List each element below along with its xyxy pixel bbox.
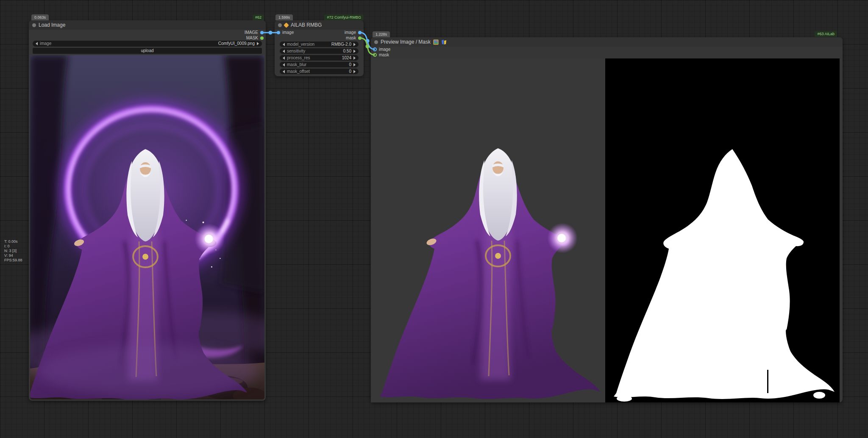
decrement-arrow-icon[interactable]: [283, 70, 285, 73]
input-slot-image[interactable]: image: [373, 47, 390, 52]
rmbg-diamond-icon: [284, 22, 289, 28]
perf-stats: T: 0.00s I: 0 N: 3 [3] V: 94 FPS:59.88: [4, 239, 22, 263]
node-title: AILAB RMBG: [291, 22, 322, 28]
execution-time-badge: 1.228s: [373, 31, 390, 37]
node-ailab-rmbg[interactable]: 1.599s #72 Comfyui-RMBG AILAB RMBG image…: [275, 20, 364, 76]
link-midpoint-dot: [269, 31, 273, 35]
link-midpoint-dot: [366, 44, 370, 48]
wizard-cutout-image: [371, 58, 605, 402]
image-slot-dot-icon[interactable]: [260, 31, 264, 34]
image-slot-dot-icon[interactable]: [358, 31, 362, 34]
increment-arrow-icon[interactable]: [353, 70, 356, 73]
node-title: Preview Image / Mask: [381, 39, 431, 45]
next-arrow-icon[interactable]: [257, 42, 259, 45]
link-midpoint-dot: [366, 39, 370, 43]
node-titlebar[interactable]: AILAB RMBG: [275, 20, 364, 30]
stat-nodes: N: 3 [3]: [4, 249, 22, 253]
widget-name: image: [40, 41, 51, 46]
node-preview-image-mask[interactable]: 1.228s #63 AILab Preview Image / Mask im…: [371, 37, 843, 402]
picture-icon: [433, 39, 439, 45]
image-file-combo[interactable]: image ComfyUI_0009.png: [33, 41, 262, 47]
collapse-dot-icon[interactable]: [374, 40, 378, 44]
stat-time: T: 0.00s: [4, 239, 22, 244]
execution-time-badge: 1.599s: [275, 14, 293, 20]
increment-arrow-icon[interactable]: [353, 63, 356, 67]
prev-arrow-icon[interactable]: [36, 42, 38, 45]
node-title: Load Image: [39, 22, 65, 28]
input-slot-mask[interactable]: mask: [373, 52, 389, 58]
node-titlebar[interactable]: Preview Image / Mask: [371, 37, 843, 47]
execution-time-badge: 0.063s: [31, 14, 49, 20]
stat-fps: FPS:59.88: [4, 258, 22, 263]
widget-mask-blur[interactable]: mask_blur 0: [280, 62, 359, 67]
decrement-arrow-icon[interactable]: [283, 56, 285, 60]
collapse-dot-icon[interactable]: [278, 23, 282, 27]
mask-icon: [441, 39, 447, 45]
wizard-mask-image: [605, 58, 840, 402]
output-slot-mask[interactable]: MASK: [246, 35, 264, 41]
mask-slot-dot-icon[interactable]: [358, 36, 362, 40]
decrement-arrow-icon[interactable]: [283, 43, 285, 46]
image-slot-dot-icon[interactable]: [277, 31, 280, 34]
node-titlebar[interactable]: Load Image: [29, 20, 266, 30]
preview-mask-image: [605, 58, 840, 402]
wizard-source-image: [30, 55, 264, 399]
node-id-badge: #62: [253, 14, 264, 20]
output-slot-image[interactable]: IMAGE: [245, 30, 264, 35]
decrement-arrow-icon[interactable]: [283, 63, 285, 67]
increment-arrow-icon[interactable]: [353, 56, 356, 60]
node-id-badge: #63 AILab: [815, 31, 837, 37]
input-slot-image[interactable]: image: [277, 30, 294, 35]
widget-process-res[interactable]: process_res 1024: [280, 55, 359, 61]
node-id-badge: #72 Comfyui-RMBG: [324, 14, 364, 20]
increment-arrow-icon[interactable]: [353, 50, 356, 53]
image-slot-dot-icon[interactable]: [373, 47, 377, 51]
upload-button[interactable]: upload: [33, 48, 262, 54]
stat-version: V: 94: [4, 253, 22, 258]
decrement-arrow-icon[interactable]: [283, 50, 285, 53]
node-graph-canvas[interactable]: T: 0.00s I: 0 N: 3 [3] V: 94 FPS:59.88 0…: [0, 0, 868, 438]
stat-iterations: I: 0: [4, 244, 22, 249]
widget-sensitivity[interactable]: sensitivity 0.50: [280, 48, 359, 54]
mask-slot-dot-icon[interactable]: [260, 36, 264, 40]
increment-arrow-icon[interactable]: [353, 43, 356, 46]
widget-value: ComfyUI_0009.png: [218, 41, 255, 46]
mask-slot-dot-icon[interactable]: [373, 53, 377, 57]
widget-model-version[interactable]: model_version RMBG-2.0: [280, 42, 359, 47]
preview-cutout-image: [371, 58, 605, 402]
output-slot-image[interactable]: image: [345, 30, 362, 35]
output-slot-mask[interactable]: mask: [346, 35, 362, 41]
collapse-dot-icon[interactable]: [32, 23, 36, 27]
widget-mask-offset[interactable]: mask_offset 0: [280, 69, 359, 74]
node-load-image[interactable]: 0.063s #62 Load Image IMAGE MASK image C…: [29, 20, 266, 401]
loaded-image-preview: [30, 55, 264, 399]
